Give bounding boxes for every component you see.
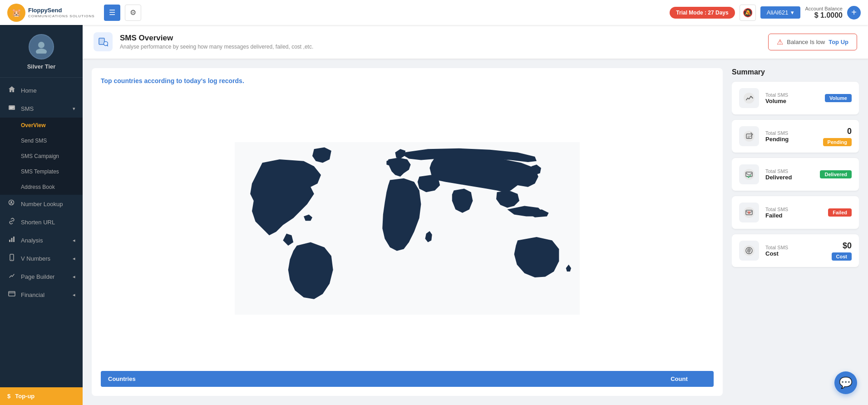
address-book-label: Address Book — [21, 184, 75, 190]
svg-point-1 — [36, 49, 47, 54]
number-lookup-label: Number Lookup — [21, 201, 75, 207]
svg-rect-6 — [11, 238, 13, 242]
svg-rect-5 — [9, 240, 10, 242]
sidebar-item-sms[interactable]: SMS ▾ — [0, 99, 83, 118]
page-title: SMS Overview — [120, 34, 313, 43]
summary-card-pending: Total SMS Pending 0 Pending — [732, 120, 859, 153]
v-numbers-chevron-icon: ◂ — [73, 256, 75, 262]
sidebar-item-overview[interactable]: OverView — [0, 118, 83, 133]
pending-icon — [739, 126, 759, 146]
sidebar-profile: Silver Tier — [0, 25, 83, 78]
page-subtitle: Analyse performance by seeing how many m… — [120, 44, 313, 50]
menu-icon: ☰ — [109, 8, 115, 17]
delivered-type-label: Delivered — [765, 174, 814, 181]
map-title: Top countries according to today's log r… — [101, 77, 714, 84]
cost-badge: Cost — [832, 252, 852, 261]
svg-line-14 — [107, 45, 108, 46]
sidebar-item-number-lookup[interactable]: Number Lookup — [0, 195, 83, 213]
table-col-countries: Countries — [108, 375, 652, 382]
shorten-url-label: Shorten URL — [21, 219, 75, 226]
failed-sms-label: Total SMS — [765, 207, 822, 212]
add-balance-button[interactable]: + — [847, 6, 861, 20]
overview-label: OverView — [21, 122, 75, 128]
financial-icon — [7, 290, 16, 299]
settings-button[interactable]: ⚙ — [125, 5, 141, 21]
map-table-header: Countries Count — [101, 371, 714, 387]
analysis-chevron-icon: ◂ — [73, 237, 75, 243]
svg-point-4 — [10, 201, 12, 203]
chevron-icon: ▾ — [73, 106, 75, 112]
failed-type-label: Failed — [765, 212, 822, 219]
pending-badge: Pending — [823, 138, 852, 146]
svg-point-0 — [38, 42, 44, 48]
page-builder-icon — [7, 272, 16, 281]
account-balance: Account Balance $ 1.0000 — [805, 6, 843, 20]
send-sms-label: Send SMS — [21, 138, 75, 144]
menu-button[interactable]: ☰ — [104, 5, 120, 21]
sidebar-item-sms-campaign[interactable]: SMS Campaign — [0, 148, 83, 164]
table-col-count: Count — [652, 375, 706, 382]
analysis-label: Analysis — [21, 237, 68, 244]
svg-rect-10 — [9, 291, 15, 296]
number-lookup-icon — [7, 199, 16, 208]
analysis-icon — [7, 236, 16, 245]
sms-label: SMS — [21, 105, 68, 112]
delivered-sms-label: Total SMS — [765, 168, 814, 174]
world-map — [101, 90, 714, 366]
svg-point-19 — [744, 169, 755, 180]
balance-label: Account Balance — [805, 6, 843, 11]
financial-label: Financial — [21, 291, 68, 298]
volume-type-label: Volume — [765, 98, 819, 104]
sidebar-item-analysis[interactable]: Analysis ◂ — [0, 231, 83, 249]
main-layout: Silver Tier Home SMS ▾ OverView — [0, 25, 868, 405]
home-label: Home — [21, 87, 75, 94]
sms-campaign-label: SMS Campaign — [21, 153, 75, 159]
page-header-text: SMS Overview Analyse performance by seei… — [120, 34, 313, 50]
svg-rect-7 — [13, 237, 15, 242]
pending-value: 0 — [838, 127, 852, 136]
user-name: AliAl621 — [767, 9, 789, 16]
failed-badge: Failed — [828, 208, 852, 217]
sidebar-item-shorten-url[interactable]: Shorten URL — [0, 213, 83, 231]
volume-icon — [739, 88, 759, 108]
sidebar-topup[interactable]: $ Top-up — [0, 387, 83, 405]
delivered-icon — [739, 164, 759, 184]
sidebar-item-address-book[interactable]: Address Book — [0, 179, 83, 195]
cost-sms-label: Total SMS — [765, 245, 825, 250]
gear-icon: ⚙ — [130, 8, 136, 17]
page-body: Top countries according to today's log r… — [83, 59, 868, 405]
summary-card-volume: Total SMS Volume Volume — [732, 82, 859, 114]
notification-button[interactable]: 🔕 — [740, 5, 756, 21]
sidebar-item-page-builder[interactable]: Page Builder ◂ — [0, 267, 83, 286]
balance-amount: $ 1.0000 — [814, 11, 843, 20]
link-icon — [7, 217, 16, 227]
logo-icon: 🐹 — [7, 4, 25, 22]
content-area: SMS Overview Analyse performance by seei… — [83, 25, 868, 405]
summary-title: Summary — [732, 68, 859, 76]
alert-icon: ⚠ — [777, 38, 783, 46]
sidebar-item-send-sms[interactable]: Send SMS — [0, 133, 83, 148]
home-icon — [7, 86, 16, 95]
v-numbers-label: V Numbers — [21, 255, 68, 262]
sidebar-item-sms-templates[interactable]: SMS Templates — [0, 164, 83, 179]
sidebar-item-v-numbers[interactable]: V Numbers ◂ — [0, 249, 83, 267]
plus-icon: + — [851, 7, 857, 18]
delivered-badge: Delivered — [820, 170, 852, 178]
page-builder-label: Page Builder — [21, 273, 68, 280]
chat-bubble-button[interactable]: 💬 — [834, 371, 857, 394]
volume-sms-label: Total SMS — [765, 92, 819, 98]
chevron-down-icon: ▾ — [791, 9, 794, 16]
cost-type-label: Cost — [765, 250, 825, 257]
cost-icon — [739, 241, 759, 261]
topup-link[interactable]: Top Up — [829, 39, 848, 45]
svg-point-9 — [11, 259, 12, 260]
sidebar-item-home[interactable]: Home — [0, 81, 83, 99]
page-header: SMS Overview Analyse performance by seei… — [83, 25, 868, 59]
volume-badge: Volume — [825, 94, 852, 102]
user-dropdown-button[interactable]: AliAl621 ▾ — [760, 6, 801, 19]
logo: 🐹 FloppySend COMMUNICATIONS SOLUTIONS — [7, 4, 95, 22]
balance-alert: ⚠ Balance Is low Top Up — [768, 34, 857, 50]
summary-card-failed: Total SMS Failed Failed — [732, 196, 859, 229]
sidebar-item-financial[interactable]: Financial ◂ — [0, 286, 83, 304]
svg-rect-2 — [9, 105, 15, 110]
